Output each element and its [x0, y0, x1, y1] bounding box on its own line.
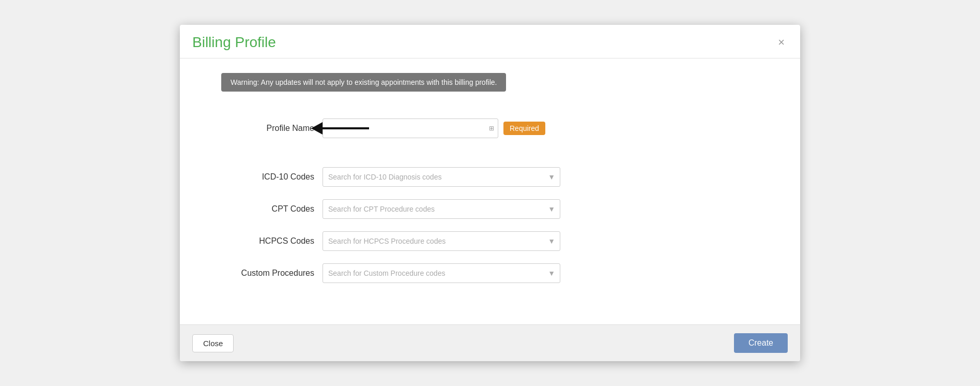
modal-body: Warning: Any updates will not apply to e… — [180, 58, 800, 324]
custom-select[interactable]: Search for Custom Procedure codes — [323, 263, 560, 283]
warning-banner: Warning: Any updates will not apply to e… — [221, 73, 506, 92]
profile-name-input-wrapper: ⊞ — [323, 118, 498, 138]
modal-title: Billing Profile — [192, 34, 276, 51]
custom-label: Custom Procedures — [221, 269, 314, 278]
modal-header: Billing Profile × — [180, 25, 800, 58]
icd10-row: ICD-10 Codes Search for ICD-10 Diagnosis… — [221, 167, 759, 187]
hcpcs-row: HCPCS Codes Search for HCPCS Procedure c… — [221, 231, 759, 251]
hcpcs-select-wrapper: Search for HCPCS Procedure codes ▼ — [323, 231, 560, 251]
required-badge: Required — [503, 122, 545, 135]
cpt-label: CPT Codes — [221, 204, 314, 214]
icd10-label: ICD-10 Codes — [221, 172, 314, 182]
custom-procedures-row: Custom Procedures Search for Custom Proc… — [221, 263, 759, 283]
icd10-select[interactable]: Search for ICD-10 Diagnosis codes — [323, 167, 560, 187]
cpt-row: CPT Codes Search for CPT Procedure codes… — [221, 199, 759, 219]
billing-profile-modal: Billing Profile × Warning: Any updates w… — [180, 25, 800, 361]
close-button[interactable]: Close — [192, 334, 234, 352]
modal-close-icon[interactable]: × — [775, 36, 788, 49]
profile-name-input[interactable] — [323, 118, 498, 138]
cpt-select-wrapper: Search for CPT Procedure codes ▼ — [323, 199, 560, 219]
hcpcs-select[interactable]: Search for HCPCS Procedure codes — [323, 231, 560, 251]
hcpcs-label: HCPCS Codes — [221, 236, 314, 246]
cpt-select[interactable]: Search for CPT Procedure codes — [323, 199, 560, 219]
warning-container: Warning: Any updates will not apply to e… — [221, 73, 759, 104]
custom-select-wrapper: Search for Custom Procedure codes ▼ — [323, 263, 560, 283]
profile-name-label: Profile Name — [221, 124, 314, 133]
create-button[interactable]: Create — [734, 333, 788, 353]
icd10-select-wrapper: Search for ICD-10 Diagnosis codes ▼ — [323, 167, 560, 187]
modal-footer: Close Create — [180, 324, 800, 361]
profile-name-row: Profile Name ⊞ Required — [221, 118, 759, 138]
